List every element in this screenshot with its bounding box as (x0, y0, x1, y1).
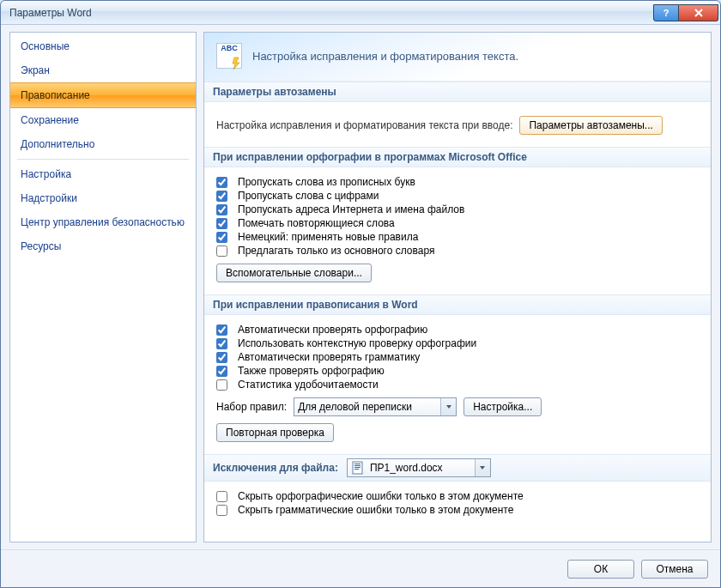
check-also-spell[interactable] (216, 366, 227, 377)
section-exceptions-header: Исключения для файла: ПР1_word.docx (204, 454, 711, 482)
exceptions-file-value: ПР1_word.docx (370, 462, 443, 474)
check-hide-grammar-errors[interactable] (216, 505, 227, 516)
check-auto-grammar[interactable] (216, 352, 227, 363)
sidebar-item-display[interactable]: Экран (10, 58, 196, 82)
sidebar-item-proofing[interactable]: Правописание (10, 82, 196, 108)
exceptions-file-select[interactable]: ПР1_word.docx (347, 458, 491, 477)
check-auto-grammar-label: Автоматически проверять грамматику (238, 351, 420, 363)
check-auto-spell[interactable] (216, 324, 227, 336)
check-flag-repeats-label: Помечать повторяющиеся слова (238, 217, 395, 229)
window-title: Параметры Word (9, 7, 653, 19)
titlebar[interactable]: Параметры Word ? (1, 1, 720, 25)
check-readability-stats[interactable] (216, 379, 227, 391)
custom-dictionaries-button[interactable]: Вспомогательные словари... (216, 264, 372, 282)
word-options-dialog: Параметры Word ? Основные Экран Правопис… (0, 0, 721, 588)
check-hide-spell-errors-label: Скрыть орфографические ошибки только в э… (238, 490, 524, 502)
close-button[interactable] (679, 4, 718, 21)
options-panel: ABC Настройка исправления и форматирован… (203, 32, 712, 543)
dialog-footer: ОК Отмена (1, 549, 720, 587)
recheck-button[interactable]: Повторная проверка (216, 423, 334, 442)
svg-rect-4 (354, 467, 360, 468)
check-flag-repeats[interactable] (216, 218, 227, 229)
check-also-spell-label: Также проверять орфографию (238, 365, 385, 377)
sidebar-item-save[interactable]: Сохранение (10, 108, 196, 132)
section-office-spell-header: При исправлении орфографии в программах … (204, 147, 711, 167)
page-heading: Настройка исправления и форматирования т… (252, 50, 518, 63)
sidebar-item-trust-center[interactable]: Центр управления безопасностью (10, 210, 196, 234)
sidebar-item-resources[interactable]: Ресурсы (10, 234, 196, 258)
check-ignore-urls-label: Пропускать адреса Интернета и имена файл… (238, 203, 464, 215)
check-readability-stats-label: Статистика удобочитаемости (238, 379, 379, 391)
document-icon (351, 461, 365, 475)
check-ignore-digits-label: Пропускать слова с цифрами (238, 190, 379, 202)
category-sidebar: Основные Экран Правописание Сохранение Д… (9, 32, 197, 543)
ruleset-select[interactable]: Для деловой переписки (294, 397, 457, 416)
cancel-button[interactable]: Отмена (641, 560, 708, 579)
sidebar-item-general[interactable]: Основные (10, 34, 196, 58)
proofing-icon: ABC (216, 43, 242, 69)
svg-rect-5 (354, 469, 359, 470)
check-contextual-spell[interactable] (216, 338, 227, 349)
check-ignore-uppercase[interactable] (216, 177, 227, 188)
check-main-dict-only[interactable] (216, 246, 227, 257)
sidebar-item-advanced[interactable]: Дополнительно (10, 132, 196, 156)
svg-rect-3 (354, 465, 360, 466)
check-auto-spell-label: Автоматически проверять орфографию (238, 324, 427, 336)
check-german-rules-label: Немецкий: применять новые правила (238, 231, 418, 243)
ok-button[interactable]: ОК (567, 560, 634, 579)
check-ignore-urls[interactable] (216, 204, 227, 215)
check-hide-grammar-errors-label: Скрыть грамматические ошибки только в эт… (238, 504, 513, 516)
svg-rect-2 (354, 464, 360, 464)
svg-text:?: ? (663, 8, 670, 18)
autocorrect-options-button[interactable]: Параметры автозамены... (519, 116, 662, 135)
check-german-rules[interactable] (216, 232, 227, 243)
section-word-spell-header: При исправлении правописания в Word (204, 294, 711, 315)
chevron-down-icon (440, 398, 456, 415)
check-ignore-uppercase-label: Пропускать слова из прописных букв (238, 176, 415, 188)
ruleset-label: Набор правил: (216, 401, 287, 413)
help-button[interactable]: ? (653, 4, 679, 21)
autocorrect-description: Настройка исправления и форматирования т… (216, 119, 512, 131)
ruleset-settings-button[interactable]: Настройка... (464, 397, 542, 416)
section-autocorrect-header: Параметры автозамены (204, 82, 711, 102)
check-ignore-digits[interactable] (216, 191, 227, 202)
ruleset-value: Для деловой переписки (298, 401, 412, 413)
exceptions-title: Исключения для файла: (213, 462, 338, 474)
check-contextual-spell-label: Использовать контекстную проверку орфогр… (238, 337, 476, 349)
check-hide-spell-errors[interactable] (216, 491, 227, 502)
check-main-dict-only-label: Предлагать только из основного словаря (238, 245, 434, 257)
sidebar-item-addins[interactable]: Надстройки (10, 186, 196, 210)
chevron-down-icon (475, 459, 490, 476)
sidebar-item-customize[interactable]: Настройка (10, 162, 196, 186)
